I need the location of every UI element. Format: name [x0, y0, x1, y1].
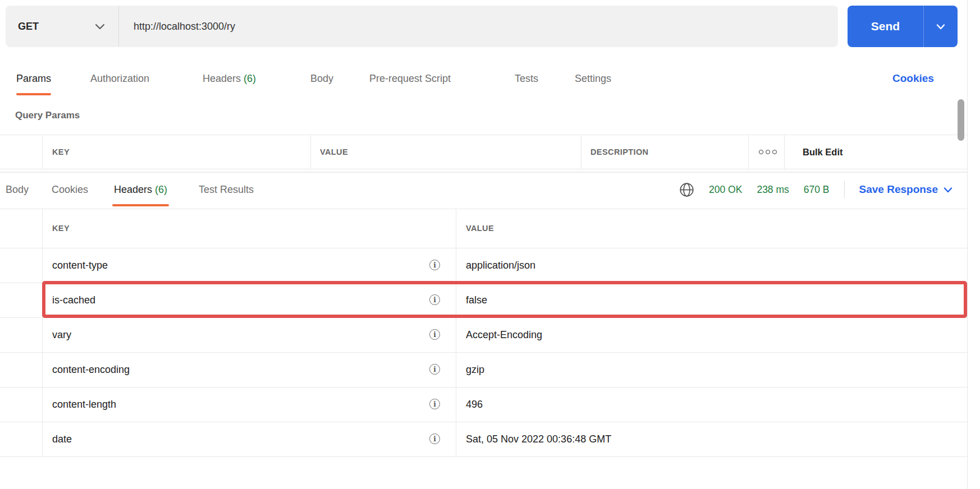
column-divider [456, 387, 456, 422]
chevron-down-icon [944, 187, 952, 193]
query-params-title: Query Params [15, 110, 80, 121]
response-column-value: VALUE [466, 209, 494, 248]
send-button-label: Send [871, 20, 900, 33]
send-split-button: Send [848, 6, 958, 47]
request-tabs: Params Authorization Headers (6) Body Pr… [0, 63, 980, 94]
table-row: vary i Accept-Encoding [0, 318, 967, 353]
postman-request-window: GET Send Params Authorization Headers (6… [0, 0, 980, 489]
header-key: content-length [52, 387, 116, 422]
column-divider [456, 318, 456, 352]
three-dots-icon [772, 150, 777, 154]
response-tab-cookies-label: Cookies [52, 184, 88, 195]
response-tabs: Body Cookies Headers (6) Test Results [0, 175, 561, 204]
column-divider [748, 135, 749, 169]
column-divider [42, 387, 43, 422]
http-method-value: GET [18, 21, 39, 33]
chevron-down-icon [95, 23, 105, 30]
header-value: Sat, 05 Nov 2022 00:36:48 GMT [466, 422, 611, 456]
tab-pre-request-script-label: Pre-request Script [369, 73, 451, 84]
column-divider [456, 422, 456, 456]
header-value: application/json [466, 248, 535, 283]
bulk-edit-button[interactable]: Bulk Edit [803, 135, 843, 169]
response-table-header-row: KEY VALUE [0, 209, 967, 248]
tab-body[interactable]: Body [310, 63, 333, 94]
header-value: gzip [466, 353, 484, 387]
send-button[interactable]: Send [848, 6, 924, 47]
table-row: date i Sat, 05 Nov 2022 00:36:48 GMT [0, 422, 967, 457]
tab-settings-label: Settings [575, 73, 611, 84]
save-response-button[interactable]: Save Response [859, 183, 952, 196]
send-options-button[interactable] [924, 6, 958, 47]
info-icon[interactable]: i [429, 364, 440, 375]
response-tab-body-label: Body [6, 184, 29, 195]
header-key: content-type [52, 248, 108, 283]
qp-column-value: VALUE [320, 135, 348, 169]
tab-authorization-label: Authorization [90, 73, 149, 84]
column-divider [42, 318, 43, 352]
response-tab-body[interactable]: Body [6, 175, 29, 204]
tab-headers[interactable]: Headers (6) [203, 63, 256, 94]
column-divider [581, 135, 581, 169]
three-dots-icon [766, 150, 770, 154]
http-method-select[interactable]: GET [6, 6, 119, 47]
tab-pre-request-script[interactable]: Pre-request Script [369, 63, 451, 94]
header-key: date [52, 422, 72, 456]
three-dots-icon [759, 150, 763, 154]
response-tab-cookies[interactable]: Cookies [52, 175, 88, 204]
table-row: content-type i application/json [0, 248, 967, 283]
header-value: 496 [466, 387, 483, 422]
more-actions-button[interactable] [752, 135, 784, 169]
url-input[interactable] [119, 6, 838, 47]
response-time[interactable]: 238 ms [757, 184, 789, 196]
tab-params-label: Params [16, 73, 51, 84]
info-icon[interactable]: i [429, 260, 440, 270]
tab-tests[interactable]: Tests [515, 63, 538, 94]
request-url-bar: GET [6, 6, 838, 47]
response-column-key: KEY [52, 209, 70, 248]
status-badge[interactable]: 200 OK [709, 184, 742, 196]
response-tab-test-results-label: Test Results [199, 184, 254, 195]
column-divider [456, 248, 456, 283]
response-tab-headers-label: Headers [114, 184, 152, 195]
save-response-label: Save Response [859, 183, 938, 196]
response-tab-headers-count: (6) [155, 184, 167, 195]
tab-tests-label: Tests [515, 73, 538, 84]
section-divider [0, 172, 967, 173]
column-divider [310, 135, 311, 169]
info-icon[interactable]: i [429, 329, 440, 340]
column-divider [42, 283, 43, 317]
qp-column-description: DESCRIPTION [590, 135, 649, 169]
tab-authorization[interactable]: Authorization [90, 63, 149, 94]
column-divider [784, 135, 785, 169]
tab-settings[interactable]: Settings [575, 63, 611, 94]
tab-headers-count: (6) [244, 73, 256, 84]
column-divider [456, 283, 456, 317]
header-key: content-encoding [52, 353, 130, 387]
vertical-divider [844, 181, 845, 198]
panel-right-border [967, 0, 968, 489]
info-icon[interactable]: i [429, 399, 440, 409]
header-key: vary [52, 318, 71, 352]
cookies-link[interactable]: Cookies [892, 63, 934, 94]
header-value: false [466, 283, 487, 317]
vertical-scrollbar[interactable] [958, 99, 964, 141]
info-icon[interactable]: i [429, 433, 440, 444]
info-icon[interactable]: i [429, 294, 440, 305]
response-tab-test-results[interactable]: Test Results [199, 175, 254, 204]
response-headers-table: content-type i application/json is-cache… [0, 248, 967, 457]
header-key: is-cached [52, 283, 95, 317]
response-size[interactable]: 670 B [804, 184, 830, 196]
table-row: content-encoding i gzip [0, 353, 967, 387]
chevron-down-icon [936, 24, 945, 30]
column-divider [42, 248, 43, 283]
column-divider [42, 422, 43, 456]
header-value: Accept-Encoding [466, 318, 542, 352]
query-params-header-row: KEY VALUE DESCRIPTION Bulk Edit [0, 135, 967, 169]
globe-icon[interactable] [679, 182, 694, 197]
response-tab-headers[interactable]: Headers (6) [114, 175, 167, 204]
response-meta: 200 OK 238 ms 670 B Save Response [679, 175, 952, 204]
column-divider [456, 353, 456, 387]
table-row: content-length i 496 [0, 387, 967, 422]
table-row-highlighted: is-cached i false [0, 283, 967, 318]
tab-params[interactable]: Params [16, 63, 51, 94]
